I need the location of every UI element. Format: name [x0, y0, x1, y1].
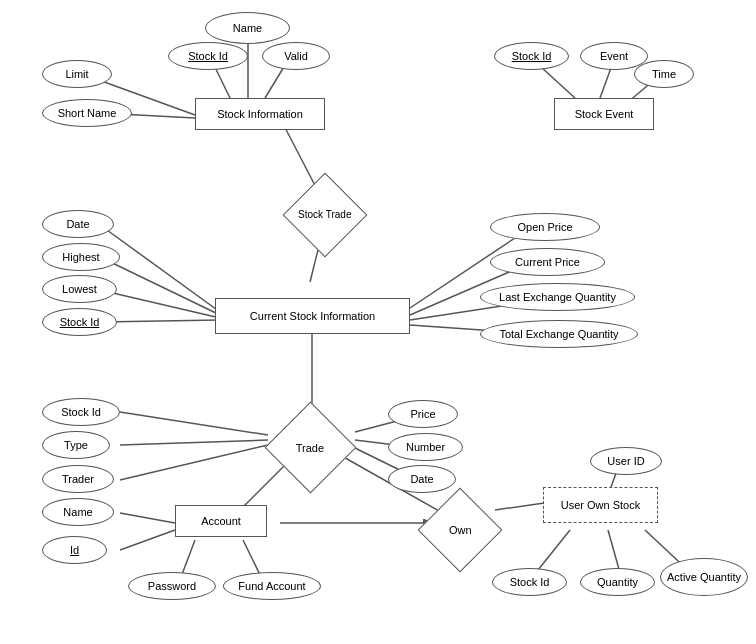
highest-node: Highest — [42, 243, 120, 271]
svg-line-27 — [120, 530, 175, 550]
current-stock-info-node: Current Stock Information — [215, 298, 410, 334]
type-node: Type — [42, 431, 110, 459]
price-node: Price — [388, 400, 458, 428]
own-diamond: Own — [418, 488, 503, 573]
trade-diamond: Trade — [265, 402, 357, 494]
stock-id-csi-node: Stock Id — [42, 308, 117, 336]
svg-line-20 — [120, 440, 268, 445]
er-diagram: Name Stock Id Valid Limit Short Name Sto… — [0, 0, 756, 644]
stock-id-trade-node: Stock Id — [42, 398, 120, 426]
quantity-node: Quantity — [580, 568, 655, 596]
current-price-node: Current Price — [490, 248, 605, 276]
user-id-node: User ID — [590, 447, 662, 475]
lowest-node: Lowest — [42, 275, 117, 303]
stock-event-node: Stock Event — [554, 98, 654, 130]
open-price-node: Open Price — [490, 213, 600, 241]
last-exchange-node: Last Exchange Quantity — [480, 283, 635, 311]
short-name-node: Short Name — [42, 99, 132, 127]
svg-line-19 — [120, 412, 268, 435]
date-trade-node: Date — [42, 210, 114, 238]
password-node: Password — [128, 572, 216, 600]
valid-node: Valid — [262, 42, 330, 70]
id-account-node: Id — [42, 536, 107, 564]
svg-line-21 — [120, 445, 268, 480]
time-node: Time — [634, 60, 694, 88]
svg-line-11 — [100, 257, 220, 315]
trader-node: Trader — [42, 465, 114, 493]
svg-line-12 — [100, 290, 220, 318]
user-own-stock-node: User Own Stock — [543, 487, 658, 523]
stock-id-event-node: Stock Id — [494, 42, 569, 70]
stock-trade-diamond: Stock Trade — [283, 173, 368, 258]
svg-line-10 — [100, 225, 220, 312]
account-node: Account — [175, 505, 267, 537]
total-exchange-node: Total Exchange Quantity — [480, 320, 638, 348]
svg-line-13 — [100, 320, 220, 322]
stock-id-top-node: Stock Id — [168, 42, 248, 70]
fund-account-node: Fund Account — [223, 572, 321, 600]
number-node: Number — [388, 433, 463, 461]
svg-line-26 — [120, 513, 175, 523]
name-node: Name — [205, 12, 290, 44]
date-own-node: Date — [388, 465, 456, 493]
active-quantity-node: Active Quantity — [660, 558, 748, 596]
name-account-node: Name — [42, 498, 114, 526]
stock-id-own-node: Stock Id — [492, 568, 567, 596]
limit-node: Limit — [42, 60, 112, 88]
stock-information-node: Stock Information — [195, 98, 325, 130]
